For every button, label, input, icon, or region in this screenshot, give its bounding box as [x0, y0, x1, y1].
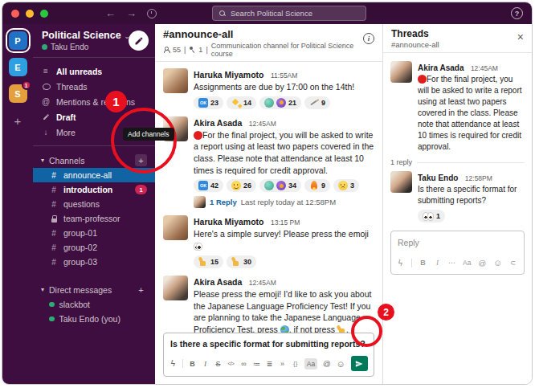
message-input[interactable]: Is there a specific format for submittin…: [164, 333, 374, 353]
message-author[interactable]: Taku Endo: [418, 174, 458, 182]
sidebar-channel-questions[interactable]: questions: [33, 197, 155, 211]
workspace-tile-p[interactable]: P: [9, 31, 27, 50]
minimize-window-button[interactable]: [26, 10, 34, 18]
reaction-pill[interactable]: 14: [227, 96, 256, 109]
history-clock-icon[interactable]: [147, 9, 157, 18]
mention-icon[interactable]: [323, 358, 330, 370]
sidebar-channel-team-professor[interactable]: team-professor: [33, 211, 155, 226]
reaction-pill[interactable]: 23: [194, 96, 223, 109]
reaction-pill[interactable]: 34: [259, 179, 301, 192]
reaction-pill[interactable]: 21: [259, 96, 301, 109]
workspace-header[interactable]: Political Science ⌄ Taku Endo: [33, 24, 155, 58]
thread-link[interactable]: 1 Reply Last reply today at 12:58PM: [194, 196, 374, 208]
avatar[interactable]: [390, 61, 412, 83]
sidebar-channel-introduction[interactable]: introduction 1: [33, 182, 155, 197]
sidebar-channel-announce-all[interactable]: announce-all: [33, 168, 155, 182]
sidebar-dm-taku-endo[interactable]: Taku Endo (you): [33, 312, 155, 326]
channel-topic[interactable]: Communication channel for Political Scie…: [211, 42, 374, 58]
message-author[interactable]: Haruka Miyamoto: [194, 217, 264, 227]
search-input[interactable]: Search Political Science: [212, 6, 366, 21]
blockquote-icon[interactable]: [279, 358, 286, 370]
pin-count[interactable]: 1: [198, 46, 202, 54]
code-icon[interactable]: [227, 358, 235, 370]
mention-icon[interactable]: [478, 257, 486, 268]
member-count[interactable]: 55: [173, 46, 181, 54]
message-timestamp[interactable]: 12:45AM: [471, 64, 498, 72]
message-author[interactable]: Akira Asada: [194, 118, 242, 128]
bold-icon[interactable]: [419, 257, 427, 268]
message-timestamp[interactable]: 12:45AM: [249, 279, 276, 287]
channels-header[interactable]: ▾ Channels +: [33, 153, 155, 168]
avatar[interactable]: [163, 68, 188, 93]
send-button[interactable]: [351, 356, 368, 371]
sidebar-item-draft[interactable]: Draft: [33, 109, 155, 125]
sidebar-item-all-unreads[interactable]: ≡ All unreads: [33, 63, 155, 79]
add-workspace-button[interactable]: +: [14, 114, 22, 128]
channel-title[interactable]: #announce-all: [163, 28, 374, 40]
attach-file-icon[interactable]: [509, 257, 517, 268]
emoji-picker-icon[interactable]: [337, 358, 345, 370]
message-author[interactable]: Haruka Miyamoto: [194, 70, 264, 80]
forward-icon[interactable]: →: [126, 7, 137, 19]
reaction-pill[interactable]: 9: [304, 96, 330, 109]
message-timestamp[interactable]: 12:58PM: [465, 174, 492, 182]
reply-input[interactable]: Reply: [391, 231, 524, 255]
close-window-button[interactable]: [11, 10, 19, 18]
back-icon[interactable]: ←: [105, 7, 116, 19]
shortcuts-icon[interactable]: [169, 358, 177, 370]
reaction-pill[interactable]: 26: [227, 179, 256, 192]
code-block-icon[interactable]: [292, 358, 299, 370]
red-circle-emoji-icon: [194, 131, 202, 140]
avatar[interactable]: [390, 171, 412, 193]
zoom-window-button[interactable]: [40, 10, 48, 18]
info-icon[interactable]: i: [363, 33, 374, 44]
reaction-pill[interactable]: 1: [418, 210, 445, 223]
reaction-pill[interactable]: 9: [304, 179, 330, 192]
workspace-tile-s[interactable]: S 1: [9, 84, 27, 103]
reaction-pill[interactable]: 42: [194, 179, 223, 192]
message-timestamp[interactable]: 11:55AM: [271, 71, 297, 80]
dms-header[interactable]: ▾ Direct messages +: [33, 282, 155, 297]
sidebar-item-threads[interactable]: Threads: [33, 79, 155, 94]
add-channels-button[interactable]: +: [135, 154, 147, 166]
sidebar-dm-slackbot[interactable]: slackbot: [33, 297, 155, 312]
help-icon[interactable]: ?: [511, 7, 523, 19]
italic-icon[interactable]: [202, 358, 209, 370]
workspace-name[interactable]: Political Science ⌄: [42, 30, 129, 41]
more-formatting-icon[interactable]: [448, 257, 455, 268]
message-timestamp[interactable]: 12:45AM: [249, 120, 276, 128]
reaction-pill[interactable]: 3: [333, 179, 359, 192]
smile-emoji-icon: [231, 181, 241, 190]
italic-icon[interactable]: [434, 257, 441, 268]
reaction-pill[interactable]: 15: [194, 255, 223, 268]
thumbs-up-emoji-icon: [198, 257, 208, 267]
bold-icon[interactable]: [189, 358, 196, 370]
close-icon[interactable]: ×: [517, 31, 524, 43]
reaction-pill[interactable]: 30: [227, 255, 256, 268]
ordered-list-icon[interactable]: [253, 358, 260, 370]
hash-icon: [49, 229, 59, 238]
reply-toolbar: [391, 255, 524, 274]
workspace-tile-e[interactable]: E: [9, 58, 27, 76]
emoji-picker-icon[interactable]: [493, 257, 502, 268]
sidebar-channel-group-02[interactable]: group-02: [33, 240, 155, 255]
threads-title: Threads: [391, 28, 524, 39]
avatar[interactable]: [163, 276, 188, 300]
message-author[interactable]: Akira Asada: [194, 277, 242, 287]
avatar[interactable]: [163, 215, 188, 240]
message-author[interactable]: Akira Asada: [418, 63, 464, 72]
sidebar-channel-group-01[interactable]: group-01: [33, 226, 155, 240]
formatting-toggle-icon[interactable]: [463, 257, 471, 268]
reply-count-divider: 1 reply: [390, 158, 525, 166]
bulleted-list-icon[interactable]: [266, 358, 273, 370]
add-dm-button[interactable]: +: [135, 284, 147, 296]
sidebar-channel-group-03[interactable]: group-03: [33, 255, 155, 269]
new-message-button[interactable]: [129, 31, 149, 51]
sidebar-item-mentions[interactable]: @ Mentions & reactions: [33, 94, 155, 109]
link-icon[interactable]: [240, 358, 247, 370]
message-timestamp[interactable]: 13:15 PM: [271, 218, 300, 227]
formatting-toggle-icon[interactable]: [304, 358, 317, 370]
strikethrough-icon[interactable]: [214, 358, 222, 370]
chevron-down-icon: ▾: [41, 286, 44, 293]
shortcuts-icon[interactable]: [397, 257, 404, 268]
